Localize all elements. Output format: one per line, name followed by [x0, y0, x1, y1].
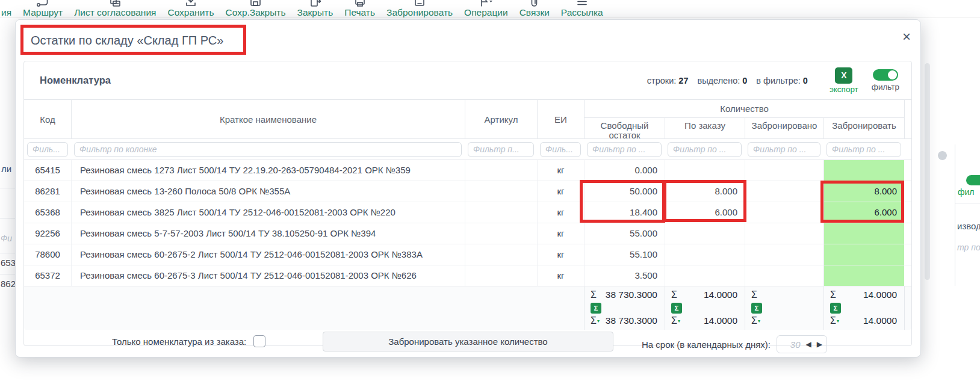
- filter-input-free[interactable]: [587, 142, 662, 157]
- column-group-quantity[interactable]: Количество: [584, 100, 904, 118]
- sigma-filtered-icon: Σ: [671, 315, 677, 326]
- sigma-icon: Σ: [671, 289, 677, 300]
- filtered-sum-value: 38 730.3000: [606, 315, 657, 326]
- filter-input-on_order[interactable]: [668, 142, 742, 157]
- days-value[interactable]: 30: [781, 339, 801, 350]
- cell-name: Резиновая смесь 60-2675-2 Лист 500/14 ТУ…: [71, 244, 465, 265]
- close-icon[interactable]: ×: [902, 29, 911, 44]
- filter-input-reserved[interactable]: [748, 142, 820, 157]
- toolbar-item-save[interactable]: Сохранить: [167, 0, 214, 17]
- filter-cell-on_order: [665, 139, 745, 159]
- scrollbar[interactable]: [925, 63, 930, 280]
- totals-cell-on_order: Σ14.0000ΣΣ▾14.0000: [665, 286, 745, 330]
- filter-toggle[interactable]: [873, 69, 898, 81]
- column-header-on_order[interactable]: По заказу: [665, 118, 745, 138]
- cell-to_reserve[interactable]: [823, 265, 904, 286]
- filtered-sum-value: 14.0000: [863, 315, 897, 326]
- stock-balance-modal: Остатки по складу «Склад ГП РС» × Номенк…: [15, 19, 921, 358]
- table-row[interactable]: 92256Резиновая смесь 5-7-57-2003 Лист 50…: [24, 223, 911, 244]
- toolbar-item-operations-flag[interactable]: Операции: [464, 0, 508, 17]
- stepper-left-icon[interactable]: ◀: [806, 340, 811, 348]
- toolbar-item-printer[interactable]: Печать: [344, 0, 375, 17]
- cell-article: [465, 160, 537, 181]
- filter-input-article[interactable]: [468, 142, 534, 157]
- only-order-group: Только номенклатура из заказа:: [112, 335, 265, 347]
- panel-tools: строки:27выделено:0в фильтре:0 X экспорт…: [647, 67, 911, 94]
- stepper-right-icon[interactable]: ▶: [817, 340, 822, 348]
- filter-input-unit[interactable]: [540, 142, 581, 157]
- excel-export-icon[interactable]: X: [835, 67, 852, 84]
- toolbar-item-save-close[interactable]: Сохр.Закрыть: [226, 0, 286, 17]
- toolbar-item-label: Маршрут: [23, 8, 63, 17]
- toolbar-item-partial[interactable]: ия: [1, 0, 11, 17]
- table-row[interactable]: 65415Резиновая смесь 1273 Лист 500/14 ТУ…: [24, 160, 911, 181]
- column-header-article[interactable]: Артикул: [465, 100, 537, 138]
- cell-unit: кг: [537, 265, 584, 286]
- cell-reserved: [745, 160, 823, 181]
- table-row[interactable]: 65368Резиновая смесь 3825 Лист 500/14 ТУ…: [24, 202, 911, 223]
- cell-free: 50.000: [584, 181, 665, 202]
- stat-вфильтре: в фильтре:0: [756, 76, 808, 85]
- triangle-down-icon: ▾: [678, 318, 680, 324]
- table-row[interactable]: 78600Резиновая смесь 60-2675-2 Лист 500/…: [24, 244, 911, 265]
- toolbar-item-label: Операции: [464, 8, 508, 17]
- nomenclature-panel: Номенклатура строки:27выделено:0в фильтр…: [23, 61, 912, 346]
- toggle-knob: [888, 70, 897, 79]
- filter-input-code[interactable]: [27, 142, 68, 157]
- cell-on_order: [665, 160, 745, 181]
- days-stepper[interactable]: 30 ◀ ▶: [777, 335, 827, 353]
- column-header-reserved[interactable]: Забронировано: [745, 118, 823, 138]
- filter-input-to_reserve[interactable]: [826, 142, 901, 157]
- reserve-quantity-button[interactable]: Забронировать указанное количество: [323, 332, 613, 351]
- divider: [0, 218, 15, 218]
- panel-title: Номенклатура: [24, 75, 111, 86]
- sum-toggle-button[interactable]: Σ: [751, 303, 762, 314]
- column-header-free[interactable]: Свободный остаток: [584, 118, 665, 138]
- cell-reserved: [745, 202, 823, 223]
- triangle-down-icon: ▾: [837, 318, 839, 324]
- cell-to_reserve[interactable]: [823, 223, 904, 244]
- table-row[interactable]: 86281Резиновая смесь 13-260 Полоса 50/8 …: [24, 181, 911, 202]
- filter-toggle-block[interactable]: фильтр: [872, 69, 899, 91]
- background-code: 6536: [1, 258, 15, 268]
- cell-to_reserve[interactable]: [823, 160, 904, 181]
- sum-line: Σ14.0000: [665, 289, 745, 300]
- column-header-name[interactable]: Краткое наименование: [71, 100, 465, 138]
- cell-to_reserve[interactable]: [823, 244, 904, 265]
- sum-toggle-button[interactable]: Σ: [830, 303, 841, 314]
- totals-cell-free: Σ38 730.3000ΣΣ▾38 730.3000: [584, 286, 665, 330]
- toolbar-item-mailing-list[interactable]: Рассылка: [561, 0, 603, 17]
- column-header-unit[interactable]: ЕИ: [537, 100, 584, 138]
- page: ияМаршрутЛист согласованияСохранитьСохр.…: [0, 0, 980, 387]
- sum-toggle-button[interactable]: Σ: [591, 303, 601, 314]
- column-header-code[interactable]: Код: [24, 100, 71, 138]
- sum-toggle-button[interactable]: Σ: [671, 303, 682, 314]
- toolbar-item-route[interactable]: Маршрут: [23, 0, 63, 17]
- only-order-checkbox[interactable]: [253, 335, 265, 347]
- background-toggle-label: фил: [958, 187, 975, 197]
- stat-строки: строки:27: [647, 76, 689, 85]
- toolbar-item-approval-sheet[interactable]: Лист согласования: [74, 0, 156, 17]
- sum-value: 38 730.3000: [606, 289, 657, 300]
- filtered-sum-line: Σ▾: [745, 315, 823, 326]
- table-filter-row: [24, 139, 911, 160]
- cell-to_reserve[interactable]: 8.000: [823, 181, 904, 202]
- toolbar-item-label: ия: [1, 8, 11, 17]
- filter-input-name[interactable]: [74, 142, 462, 157]
- column-header-to_reserve[interactable]: Забронировать: [823, 118, 904, 138]
- toolbar-item-reserve-box[interactable]: Забронировать: [386, 0, 453, 17]
- cell-reserved: [745, 223, 823, 244]
- cell-name: Резиновая смесь 60-2675-3 Лист 500/14 ТУ…: [71, 265, 465, 286]
- cell-article: [465, 265, 537, 286]
- toolbar-item-label: Закрыть: [297, 8, 333, 17]
- table-row[interactable]: 65372Резиновая смесь 60-2675-3 Лист 500/…: [24, 265, 911, 286]
- background-filter-toggle[interactable]: [966, 175, 980, 185]
- cell-code: 65368: [24, 202, 71, 223]
- cell-to_reserve[interactable]: 6.000: [823, 202, 904, 223]
- table-totals: Σ38 730.3000ΣΣ▾38 730.3000Σ14.0000ΣΣ▾14.…: [24, 286, 911, 330]
- export-label: экспорт: [830, 85, 858, 94]
- background-filter-placeholder: Фи: [1, 234, 12, 243]
- toolbar-item-door-exit[interactable]: Закрыть: [297, 0, 333, 17]
- toolbar-item-paperclip[interactable]: Связки: [519, 0, 550, 17]
- excel-export-button[interactable]: X экспорт: [830, 67, 858, 94]
